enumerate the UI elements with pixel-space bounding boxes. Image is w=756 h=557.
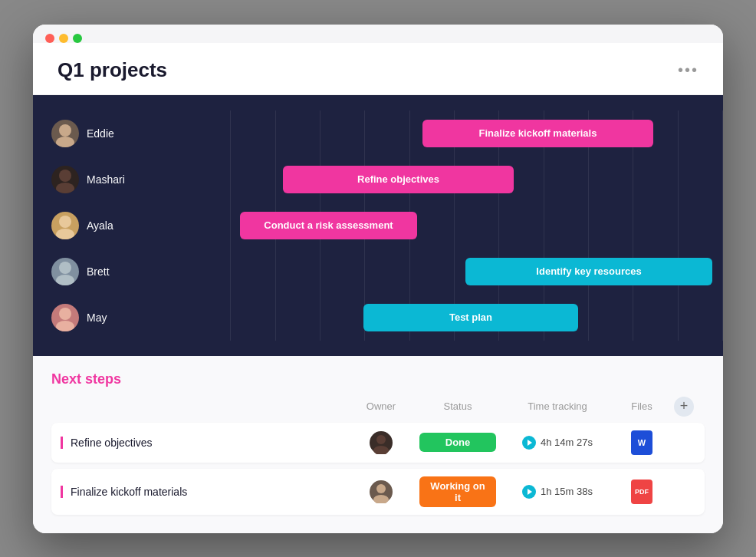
file-pdf-icon[interactable]: PDF — [631, 480, 652, 504]
person-col-may: May — [33, 304, 186, 331]
grid-col — [276, 295, 320, 341]
grid-col — [231, 295, 275, 341]
status-badge: Done — [419, 433, 496, 452]
table-header: Owner Status Time tracking Files + — [51, 397, 705, 423]
gantt-bars-eddie: Finalize kickoff materials — [186, 110, 723, 157]
grid-col — [186, 295, 231, 341]
time-cell: 4h 14m 27s — [504, 436, 611, 450]
grid-col — [589, 203, 633, 249]
bar-finalize-kickoff[interactable]: Finalize kickoff materials — [422, 120, 653, 147]
avatar-brett — [51, 258, 79, 285]
minimize-dot[interactable] — [59, 34, 68, 43]
grid-col — [186, 249, 231, 295]
status-cell: Working on it — [412, 476, 504, 507]
person-name-may: May — [87, 311, 107, 324]
person-name-brett: Brett — [87, 265, 110, 278]
gantt-bars-may: Test plan — [186, 295, 723, 341]
gantt-row-mashari: Mashari Refine objectives — [33, 157, 723, 203]
grid-col — [544, 157, 589, 203]
grid-col — [589, 157, 633, 203]
gantt-bars-brett: Identify key resources — [186, 249, 723, 295]
time-tracking: 1h 15m 38s — [504, 485, 611, 499]
col-header-status: Status — [412, 400, 504, 412]
header: Q1 projects ••• — [33, 43, 723, 95]
gantt-row-ayala: Ayala Conduct a risk assessment — [33, 203, 723, 249]
person-name-eddie: Eddie — [87, 127, 114, 140]
bottom-section: Next steps Owner Status Time tracking Fi… — [33, 356, 723, 533]
bar-test-plan[interactable]: Test plan — [363, 304, 578, 331]
grid-col — [633, 203, 678, 249]
time-cell: 1h 15m 38s — [504, 485, 611, 499]
bar-identify-resources[interactable]: Identify key resources — [465, 258, 712, 285]
avatar-mashari — [51, 166, 79, 193]
grid-col — [231, 157, 275, 203]
task-name: Finalize kickoff materials — [61, 486, 187, 498]
grid-col — [633, 157, 678, 203]
svg-point-13 — [373, 495, 389, 503]
svg-point-7 — [56, 275, 74, 285]
close-dot[interactable] — [45, 34, 54, 43]
status-cell: Done — [412, 433, 504, 452]
avatar-may — [51, 304, 79, 331]
svg-point-10 — [376, 435, 386, 444]
person-col-mashari: Mashari — [33, 166, 186, 193]
owner-avatar — [370, 480, 393, 503]
grid-col — [231, 249, 275, 295]
person-col-brett: Brett — [33, 258, 186, 285]
grid-col — [410, 249, 455, 295]
app-window: Q1 projects ••• Eddie — [33, 25, 723, 533]
grid-col — [365, 110, 409, 157]
gantt-row-eddie: Eddie Finalize ki — [33, 110, 723, 157]
grid-col — [589, 295, 633, 341]
owner-cell — [350, 480, 412, 503]
page-title: Q1 projects — [58, 58, 167, 82]
owner-cell — [350, 431, 412, 454]
svg-point-12 — [376, 484, 386, 493]
grid-col — [544, 203, 589, 249]
grid-col — [679, 157, 723, 203]
gantt-bars-mashari: Refine objectives — [186, 157, 723, 203]
grid-col — [679, 203, 723, 249]
more-button[interactable]: ••• — [678, 61, 698, 79]
table-row: Refine objectives Done 4h 14m 27s W — [51, 423, 705, 463]
gantt-section: Eddie Finalize ki — [33, 95, 723, 356]
svg-point-6 — [59, 262, 71, 274]
person-name-mashari: Mashari — [87, 173, 125, 186]
file-word-icon[interactable]: W — [631, 430, 652, 455]
next-steps-title: Next steps — [51, 371, 705, 387]
bar-refine-objectives[interactable]: Refine objectives — [283, 166, 514, 193]
grid-col — [320, 110, 365, 157]
bar-risk-assessment[interactable]: Conduct a risk assessment — [240, 212, 417, 239]
col-header-owner: Owner — [350, 400, 412, 412]
grid-col — [679, 110, 723, 157]
table-row: Finalize kickoff materials Working on it… — [51, 469, 705, 515]
svg-point-4 — [59, 216, 71, 228]
svg-point-5 — [56, 229, 74, 239]
grid-col — [276, 110, 320, 157]
grid-col — [365, 249, 409, 295]
col-header-files: Files — [611, 400, 672, 412]
play-icon[interactable] — [522, 485, 536, 499]
maximize-dot[interactable] — [73, 34, 82, 43]
grid-col — [499, 203, 544, 249]
svg-point-9 — [56, 321, 74, 331]
play-icon[interactable] — [522, 436, 536, 450]
task-cell: Finalize kickoff materials — [61, 485, 350, 499]
task-cell: Refine objectives — [61, 436, 350, 450]
grid-col — [186, 157, 231, 203]
person-col-eddie: Eddie — [33, 120, 186, 147]
files-cell: PDF — [611, 480, 672, 504]
status-badge: Working on it — [419, 476, 496, 507]
add-column-button[interactable]: + — [674, 397, 694, 417]
grid-col — [679, 295, 723, 341]
grid-col — [320, 295, 365, 341]
time-tracking: 4h 14m 27s — [504, 436, 611, 450]
svg-point-1 — [56, 137, 74, 147]
task-name: Refine objectives — [61, 437, 153, 449]
gantt-row-brett: Brett Identify key resources — [33, 249, 723, 295]
grid-col — [276, 249, 320, 295]
gantt-bars-ayala: Conduct a risk assessment — [186, 203, 723, 249]
grid-col — [633, 295, 678, 341]
svg-point-8 — [59, 308, 71, 320]
owner-avatar — [370, 431, 393, 454]
